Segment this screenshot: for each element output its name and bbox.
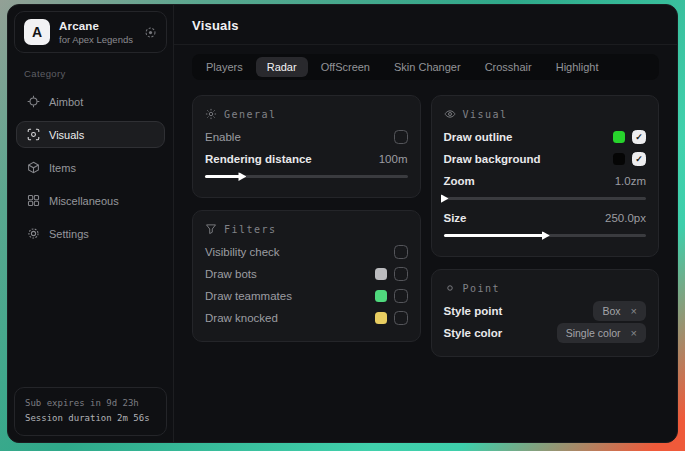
- draw-background-label: Draw background: [444, 153, 541, 165]
- close-icon[interactable]: ×: [631, 306, 637, 317]
- app-subtitle: for Apex Legends: [59, 34, 135, 45]
- visibility-check-label: Visibility check: [205, 246, 280, 258]
- rendering-distance-label: Rendering distance: [205, 153, 312, 165]
- rendering-distance-value: 100m: [379, 153, 408, 165]
- close-icon[interactable]: ×: [631, 328, 637, 339]
- tab-skin-changer[interactable]: Skin Changer: [383, 57, 472, 77]
- zoom-value: 1.0zm: [615, 175, 646, 187]
- rendering-distance-slider[interactable]: [205, 175, 408, 178]
- style-color-select[interactable]: Single color ×: [557, 323, 646, 343]
- sidebar-item-miscellaneous[interactable]: Miscellaneous: [16, 187, 165, 214]
- panel-title-text: Visual: [463, 109, 508, 120]
- gear-icon: [27, 227, 40, 240]
- package-icon: [27, 161, 40, 174]
- sidebar-item-settings[interactable]: Settings: [16, 220, 165, 247]
- slider-thumb[interactable]: [238, 172, 246, 181]
- style-point-chip-text: Box: [602, 305, 620, 317]
- sidebar-item-label: Settings: [49, 228, 89, 240]
- panel-general: General Enable Rendering distance 100m: [192, 95, 421, 198]
- zoom-slider[interactable]: [444, 197, 647, 200]
- style-color-label: Style color: [444, 327, 503, 339]
- subscription-info: Sub expires in 9d 23h Session duration 2…: [14, 387, 167, 437]
- session-duration-text: Session duration 2m 56s: [25, 411, 156, 427]
- eye-icon: [444, 108, 456, 120]
- size-label: Size: [444, 212, 467, 224]
- size-slider[interactable]: [444, 234, 647, 237]
- style-point-label: Style point: [444, 305, 503, 317]
- draw-knocked-label: Draw knocked: [205, 312, 278, 324]
- point-icon: [444, 282, 456, 294]
- sidebar-item-label: Visuals: [49, 129, 84, 141]
- tab-radar[interactable]: Radar: [256, 57, 308, 77]
- visibility-check-checkbox[interactable]: [394, 245, 408, 259]
- sun-icon: [205, 108, 217, 120]
- sidebar-item-visuals[interactable]: Visuals: [16, 121, 165, 148]
- sidebar-item-label: Items: [49, 162, 76, 174]
- draw-teammates-label: Draw teammates: [205, 290, 292, 302]
- page-title: Visuals: [192, 18, 659, 33]
- draw-outline-color-swatch[interactable]: [613, 131, 625, 143]
- category-label: Category: [24, 68, 157, 79]
- draw-outline-checkbox[interactable]: [632, 130, 646, 144]
- sidebar: A Arcane for Apex Legends Category Aimbo…: [8, 5, 174, 442]
- style-point-select[interactable]: Box ×: [593, 301, 646, 321]
- draw-knocked-color-swatch[interactable]: [375, 312, 387, 324]
- enable-label: Enable: [205, 131, 241, 143]
- panel-point: Point Style point Box × Style color: [431, 269, 660, 357]
- draw-knocked-checkbox[interactable]: [394, 311, 408, 325]
- tab-players[interactable]: Players: [195, 57, 254, 77]
- panel-title-text: Filters: [224, 224, 277, 235]
- sidebar-item-label: Aimbot: [49, 96, 83, 108]
- draw-bots-color-swatch[interactable]: [375, 268, 387, 280]
- main-content: Visuals Players Radar OffScreen Skin Cha…: [174, 5, 677, 442]
- panel-title-text: General: [224, 109, 277, 120]
- draw-bots-checkbox[interactable]: [394, 267, 408, 281]
- scan-eye-icon: [27, 128, 40, 141]
- draw-background-color-swatch[interactable]: [613, 153, 625, 165]
- sidebar-item-aimbot[interactable]: Aimbot: [16, 88, 165, 115]
- panel-visual: Visual Draw outline Draw background: [431, 95, 660, 257]
- tab-crosshair[interactable]: Crosshair: [474, 57, 543, 77]
- size-value: 250.0px: [605, 212, 646, 224]
- draw-teammates-color-swatch[interactable]: [375, 290, 387, 302]
- grid-icon: [27, 194, 40, 207]
- draw-background-checkbox[interactable]: [632, 152, 646, 166]
- sidebar-header: A Arcane for Apex Legends: [14, 11, 167, 53]
- tab-offscreen[interactable]: OffScreen: [310, 57, 381, 77]
- draw-outline-label: Draw outline: [444, 131, 513, 143]
- sidebar-item-items[interactable]: Items: [16, 154, 165, 181]
- draw-teammates-checkbox[interactable]: [394, 289, 408, 303]
- main-header: Visuals: [174, 5, 677, 45]
- app-name: Arcane: [59, 20, 135, 32]
- zoom-label: Zoom: [444, 175, 475, 187]
- panel-filters: Filters Visibility check Draw bots: [192, 210, 421, 342]
- style-color-chip-text: Single color: [566, 327, 621, 339]
- sidebar-item-label: Miscellaneous: [49, 195, 119, 207]
- crosshair-icon: [27, 95, 40, 108]
- app-logo: A: [24, 19, 50, 45]
- slider-thumb[interactable]: [542, 231, 550, 240]
- funnel-icon: [205, 223, 217, 235]
- sync-icon[interactable]: [144, 26, 157, 39]
- enable-checkbox[interactable]: [394, 130, 408, 144]
- slider-thumb[interactable]: [441, 194, 449, 203]
- draw-bots-label: Draw bots: [205, 268, 257, 280]
- panel-title-text: Point: [463, 283, 501, 294]
- tab-highlight[interactable]: Highlight: [545, 57, 610, 77]
- tab-bar: Players Radar OffScreen Skin Changer Cro…: [192, 54, 659, 80]
- sub-expires-text: Sub expires in 9d 23h: [25, 396, 156, 412]
- app-window: A Arcane for Apex Legends Category Aimbo…: [7, 4, 678, 443]
